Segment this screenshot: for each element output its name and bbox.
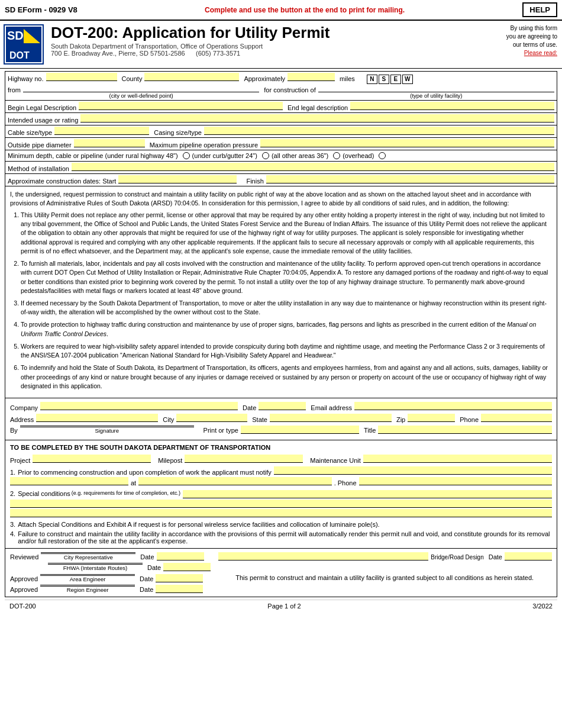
radio-overhead[interactable] <box>379 152 386 159</box>
city-rep-field: City Representative <box>41 552 135 561</box>
milepost-input[interactable] <box>185 455 303 463</box>
direction-e[interactable]: E <box>390 75 401 84</box>
radio-other[interactable] <box>333 152 340 159</box>
dot-item-3: 3. Attach Special Conditions and Exhibit… <box>10 521 552 528</box>
legal-item-2: To furnish all materials, labor, inciden… <box>21 259 552 295</box>
svg-text:SD: SD <box>7 29 24 42</box>
dot-phone-input[interactable] <box>359 477 552 485</box>
fhwa-input[interactable] <box>48 563 143 563</box>
from-label: from <box>8 86 21 94</box>
intended-row: Intended usage or rating <box>5 113 557 125</box>
bridge-road-date-input[interactable] <box>505 552 552 561</box>
region-date-label: Date <box>140 586 153 593</box>
address-label: Address <box>10 416 34 423</box>
direction-w[interactable]: W <box>402 75 413 84</box>
terms-link[interactable]: Please read: <box>524 50 557 56</box>
dot-header: TO BE COMPLETED BY THE SOUTH DAKOTA DEPA… <box>10 444 552 451</box>
outside-pipe-input[interactable] <box>74 139 145 147</box>
begin-legal-input[interactable] <box>79 102 283 110</box>
method-row: Method of installation <box>5 162 557 174</box>
legal-item-4: To provide protection to highway traffic… <box>21 320 552 338</box>
page: SD EForm - 0929 V8 Complete and use the … <box>0 0 562 728</box>
type-sub-label: (type of utility facility) <box>318 92 554 99</box>
method-input[interactable] <box>72 163 554 171</box>
notify-name-input[interactable] <box>10 477 128 485</box>
email-input[interactable] <box>354 402 552 410</box>
dot-section: TO BE COMPLETED BY THE SOUTH DAKOTA DEPA… <box>5 440 557 549</box>
terms-line3: our terms of use. <box>506 41 557 49</box>
approved-label-1: Approved <box>10 575 38 582</box>
casing-input[interactable] <box>204 127 554 135</box>
radio-rural[interactable] <box>183 152 190 159</box>
signature-input[interactable] <box>20 426 194 426</box>
dot-item-4: 4. Failure to construct and maintain the… <box>10 530 552 545</box>
finish-date-input[interactable] <box>266 175 554 183</box>
radio-curb[interactable] <box>262 152 269 159</box>
all-other-label: (all other areas 36") <box>272 152 328 159</box>
help-button[interactable]: HELP <box>522 2 557 17</box>
project-label: Project <box>10 457 30 464</box>
end-legal-input[interactable] <box>350 102 554 110</box>
at-input[interactable] <box>138 477 331 485</box>
cable-input[interactable] <box>54 127 149 135</box>
address-input[interactable] <box>36 414 158 422</box>
phone-input[interactable] <box>481 414 552 422</box>
max-pipeline-input[interactable] <box>260 139 554 147</box>
maintenance-label: Maintenance Unit <box>310 457 361 464</box>
pipe-row: Outside pipe diameter Maximum pipeline o… <box>5 138 557 150</box>
special-cond-input[interactable] <box>183 490 552 498</box>
area-engineer-input[interactable] <box>40 574 135 575</box>
at-label: at <box>131 479 136 487</box>
overhead-label: (overhead) <box>343 152 374 159</box>
state-input[interactable] <box>270 414 392 422</box>
region-date-input[interactable] <box>156 585 203 593</box>
item1-label: 1. <box>10 469 15 476</box>
sig-date-input[interactable] <box>259 402 306 410</box>
miles-label: miles <box>340 75 355 82</box>
item4-text: Failure to construct and maintain the ut… <box>18 530 552 545</box>
fhwa-field: FHWA (Interstate Routes) <box>48 563 143 571</box>
highway-row: Highway no. County Approximately miles N… <box>5 71 557 85</box>
county-input[interactable] <box>144 73 239 81</box>
city-rep-input[interactable] <box>41 552 135 553</box>
bridge-road-label: Bridge/Road Design <box>431 554 484 561</box>
footer-date: 3/2022 <box>532 603 553 610</box>
area-date-label: Date <box>140 575 153 582</box>
bridge-road-input[interactable] <box>218 552 429 561</box>
print-input[interactable] <box>241 426 359 434</box>
approximately-field: Approximately miles <box>244 73 359 82</box>
city-input[interactable] <box>176 414 247 422</box>
city-rep-date-input[interactable] <box>157 552 204 561</box>
footer: DOT-200 Page 1 of 2 3/2022 <box>5 600 557 612</box>
state-label: State <box>252 416 267 423</box>
highway-no-input[interactable] <box>46 73 117 81</box>
company-input[interactable] <box>40 402 238 410</box>
special-cond-input3[interactable] <box>10 509 552 517</box>
fhwa-date-input[interactable] <box>163 563 211 571</box>
legal-item-5: Workers are required to wear high-visibi… <box>21 342 552 360</box>
notify-input[interactable] <box>274 466 552 475</box>
city-rep-sub: City Representative <box>41 553 135 561</box>
direction-n[interactable]: N <box>367 75 377 84</box>
cable-row: Cable size/type Casing size/type <box>5 125 557 138</box>
intended-input[interactable] <box>80 114 554 123</box>
dates-row: Approximate construction dates: Start Fi… <box>5 174 557 186</box>
start-date-input[interactable] <box>118 175 237 183</box>
from-row: from (city or well-defined point) for co… <box>5 85 557 101</box>
approximately-input[interactable] <box>288 73 335 81</box>
maintenance-input[interactable] <box>363 455 552 463</box>
title-input[interactable] <box>378 426 552 434</box>
grant-text: This permit to construct and maintain a … <box>235 574 534 581</box>
fhwa-date-label: Date <box>147 564 161 571</box>
city-label: City <box>163 416 174 423</box>
area-date-input[interactable] <box>156 574 203 582</box>
date-label-2: Date <box>489 553 502 561</box>
legal-item-1: This Utility Permit does not replace any… <box>21 211 552 256</box>
project-input[interactable] <box>33 455 151 463</box>
special-cond-input2[interactable] <box>10 500 552 508</box>
zip-input[interactable] <box>408 414 455 422</box>
item2-text: Special conditions <box>18 490 70 497</box>
region-engineer-input[interactable] <box>40 585 135 585</box>
direction-s[interactable]: S <box>379 75 389 84</box>
reviewed-label: Reviewed <box>10 553 38 561</box>
